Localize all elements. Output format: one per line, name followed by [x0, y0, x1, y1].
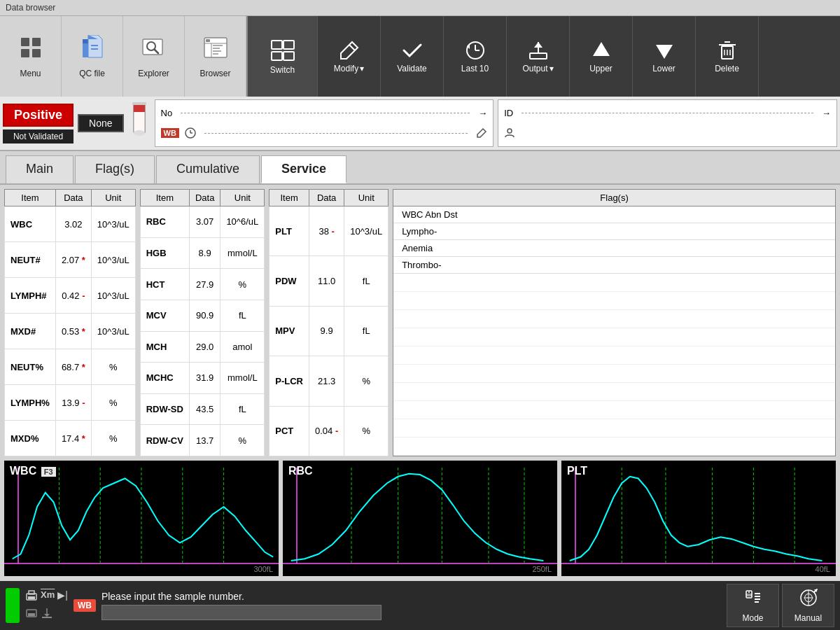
table-row: PDW 11.0 fL [270, 256, 388, 306]
switch-icon [270, 38, 295, 65]
qc-file-button[interactable]: QC file [62, 16, 123, 97]
table-row: PCT 0.04 - % [270, 406, 388, 456]
cell-item: LYMPH# [5, 278, 56, 314]
last10-button[interactable]: Last 10 [444, 16, 507, 97]
svg-line-23 [349, 45, 355, 50]
browser-icon [203, 35, 228, 66]
table2-unit-header: Unit [220, 190, 265, 206]
cell-unit: % [344, 356, 388, 406]
person-row [504, 127, 831, 139]
table-row: MCHC 31.9 mmol/L [140, 363, 265, 394]
menu-button[interactable]: Menu [0, 16, 62, 97]
no-arrow: → [478, 108, 487, 118]
cell-item: P-LCR [270, 356, 309, 406]
toolbar: Menu QC file [0, 16, 840, 97]
cell-data: 3.07 [189, 206, 220, 238]
output-button[interactable]: Output ▾ [507, 16, 570, 97]
cell-unit: 10^3/uL [91, 206, 135, 242]
tab-flags[interactable]: Flag(s) [75, 155, 155, 183]
modify-label: Modify [334, 64, 358, 74]
status-indicator [6, 588, 20, 623]
svg-rect-51 [28, 613, 35, 616]
cell-data: 21.3 [309, 356, 344, 406]
tab-cumulative[interactable]: Cumulative [156, 155, 260, 183]
measure-icon[interactable]: ▶| [57, 589, 68, 604]
cell-item: MCV [140, 300, 189, 331]
svg-rect-22 [284, 52, 294, 60]
table-row: HCT 27.9 % [140, 269, 265, 300]
xm-icon[interactable]: Xm [41, 589, 55, 604]
mode-icon [743, 588, 763, 612]
svg-rect-14 [206, 39, 210, 42]
table3-data-header: Data [309, 190, 344, 206]
plt-canvas [561, 461, 836, 576]
wbc-badge: F3 [41, 467, 56, 477]
id-label: ID [504, 108, 513, 118]
cell-item: WBC [5, 206, 56, 242]
list-item [393, 310, 835, 328]
none-badge: None [78, 114, 123, 132]
cell-data: 17.4 * [55, 421, 91, 456]
print-icon[interactable] [25, 589, 38, 604]
list-item [393, 419, 835, 438]
sample-info: No → WB [155, 99, 494, 147]
download-icon[interactable] [41, 607, 53, 622]
cell-unit: fL [220, 300, 265, 331]
table3-item-header: Item [270, 190, 309, 206]
switch-button[interactable]: Switch [248, 16, 318, 97]
menu-icon [18, 35, 43, 66]
mode-button[interactable]: Mode [727, 584, 779, 627]
qc-file-icon [80, 35, 105, 66]
cell-unit: mmol/L [220, 237, 265, 269]
explorer-button[interactable]: Explorer [123, 16, 185, 97]
list-item: Lympho- [393, 223, 835, 240]
list-item: WBC Abn Dst [393, 206, 835, 223]
validate-button[interactable]: Validate [381, 16, 444, 97]
id-dotted-line [522, 113, 813, 113]
delete-label: Delete [715, 64, 739, 74]
cell-data: 68.7 * [55, 349, 91, 385]
plt-table: Item Data Unit PLT 38 - 10^3/uL PDW 11.0… [269, 189, 388, 456]
table2-item-header: Item [140, 190, 189, 206]
wbc-unit: 300fL [253, 565, 273, 573]
cell-unit: 10^3/uL [91, 242, 135, 278]
table3-unit-header: Unit [344, 190, 388, 206]
modify-icon [338, 39, 360, 64]
cell-data: 8.9 [189, 237, 220, 269]
output-icon [527, 39, 550, 64]
cell-unit: % [344, 406, 388, 456]
cell-unit: fL [344, 256, 388, 306]
table-row: P-LCR 21.3 % [270, 356, 388, 406]
qc-file-label: QC file [79, 69, 105, 78]
positive-badge: Positive [3, 104, 74, 127]
validate-icon [401, 39, 424, 64]
svg-rect-3 [32, 49, 41, 57]
svg-marker-30 [593, 42, 610, 56]
delete-button[interactable]: Delete [696, 16, 759, 97]
cell-unit: amol [220, 331, 265, 363]
modify-button[interactable]: Modify ▾ [318, 16, 381, 97]
lower-button[interactable]: Lower [633, 16, 696, 97]
tab-main[interactable]: Main [6, 155, 74, 183]
browser-button[interactable]: Browser [185, 16, 246, 97]
cell-item: PCT [270, 406, 309, 456]
manual-button[interactable]: Manual [782, 584, 834, 627]
upper-button[interactable]: Upper [570, 16, 633, 97]
print2-icon[interactable] [25, 607, 38, 622]
lower-icon [653, 39, 676, 64]
last10-label: Last 10 [461, 64, 489, 74]
status-box: Positive Not Validated [3, 104, 74, 144]
svg-marker-29 [534, 42, 542, 48]
table-row: MPV 9.9 fL [270, 306, 388, 356]
table-row: NEUT% 68.7 * % [5, 349, 136, 385]
validate-label: Validate [397, 64, 426, 74]
list-item [393, 365, 835, 383]
status-right-buttons: Mode Manual [727, 584, 834, 627]
svg-rect-42 [132, 102, 146, 105]
list-item [393, 346, 835, 365]
explorer-label: Explorer [138, 69, 169, 78]
id-row: ID → [504, 108, 831, 118]
table-row: MXD% 17.4 * % [5, 421, 136, 456]
tab-service[interactable]: Service [261, 155, 346, 183]
sample-number-input[interactable] [102, 605, 382, 620]
